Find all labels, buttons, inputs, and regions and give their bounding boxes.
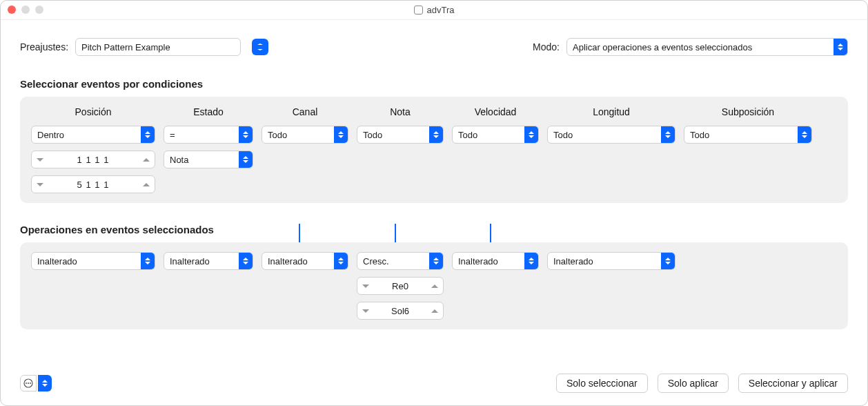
- content: Preajustes: Pitch Pattern Example Modo: …: [1, 20, 867, 340]
- chevron-updown-icon: [334, 253, 348, 269]
- col-length: Longitud: [547, 106, 675, 117]
- preset-menu-button[interactable]: [252, 39, 268, 55]
- op-status-select[interactable]: Inalterado: [164, 252, 253, 270]
- col-velocity: Velocidad: [452, 106, 539, 117]
- col-position: Posición: [31, 106, 155, 117]
- chevron-updown-icon: [429, 126, 443, 143]
- subposition-select[interactable]: Todo: [684, 126, 812, 144]
- chevron-up-icon[interactable]: [426, 278, 443, 294]
- chevron-updown-icon: [141, 126, 155, 143]
- presets-label: Preajustes:: [20, 41, 68, 52]
- chevron-updown-icon: [38, 375, 52, 392]
- mode-value: Aplicar operaciones a eventos selecciona…: [567, 42, 758, 52]
- app-icon: [414, 6, 423, 14]
- chevron-up-icon[interactable]: [138, 151, 155, 168]
- op-position-select[interactable]: Inalterado: [31, 252, 155, 270]
- channel-select[interactable]: Todo: [262, 126, 348, 144]
- minimize-icon[interactable]: [21, 6, 30, 14]
- position-op-select[interactable]: Dentro: [31, 126, 155, 144]
- header-row: Preajustes: Pitch Pattern Example Modo: …: [20, 38, 848, 56]
- zoom-icon[interactable]: [35, 6, 43, 14]
- chevron-updown-icon: [661, 253, 675, 269]
- chevron-updown-icon: [239, 253, 253, 269]
- chevron-updown-icon: [524, 253, 538, 269]
- preset-input[interactable]: Pitch Pattern Example: [75, 38, 241, 56]
- chevron-updown-icon: [429, 253, 443, 269]
- window-title: advTra: [414, 5, 455, 15]
- chevron-updown-icon: [661, 126, 675, 143]
- footer: Solo seleccionar Solo aplicar Selecciona…: [20, 374, 848, 393]
- op-velocity-select[interactable]: Inalterado: [452, 252, 539, 270]
- chevron-down-icon[interactable]: [32, 176, 48, 193]
- status-op-select[interactable]: =: [164, 126, 253, 144]
- op-note-select[interactable]: Cresc.: [357, 252, 444, 270]
- ellipsis-icon: [20, 375, 37, 392]
- svg-point-3: [30, 383, 31, 384]
- position-start-stepper[interactable]: 1 1 1 1: [31, 151, 155, 168]
- svg-point-2: [28, 383, 29, 384]
- note-high-stepper[interactable]: Sol6: [357, 302, 444, 320]
- conditions-title: Seleccionar eventos por condiciones: [20, 78, 848, 90]
- operations-panel: Inalterado Inalterado Inalterado Cresc.: [20, 242, 848, 329]
- length-select[interactable]: Todo: [547, 126, 675, 144]
- select-and-apply-button[interactable]: Seleccionar y aplicar: [738, 374, 848, 393]
- mode-select[interactable]: Aplicar operaciones a eventos selecciona…: [566, 38, 848, 56]
- chevron-updown-icon: [239, 151, 253, 168]
- preset-value: Pitch Pattern Example: [81, 42, 170, 52]
- chevron-down-icon[interactable]: [357, 302, 374, 319]
- chevron-down-icon[interactable]: [357, 278, 374, 294]
- chevron-up-icon[interactable]: [426, 302, 443, 319]
- options-menu[interactable]: [20, 375, 52, 392]
- window-controls: [8, 6, 43, 14]
- position-end-stepper[interactable]: 5 1 1 1: [31, 175, 155, 193]
- chevron-down-icon[interactable]: [32, 151, 48, 168]
- svg-point-1: [26, 383, 27, 384]
- chevron-up-icon[interactable]: [138, 176, 155, 193]
- op-length-select[interactable]: Inalterado: [547, 252, 675, 270]
- apply-only-button[interactable]: Solo aplicar: [658, 374, 729, 393]
- chevron-updown-icon: [524, 126, 538, 143]
- operations-wrap: Operaciones en eventos seleccionados Ina…: [20, 224, 848, 329]
- chevron-updown-icon: [334, 126, 348, 143]
- op-channel-select[interactable]: Inalterado: [262, 252, 348, 270]
- col-subposition: Subposición: [684, 106, 812, 117]
- chevron-updown-icon: [239, 126, 253, 143]
- operations-title: Operaciones en eventos seleccionados: [20, 224, 848, 235]
- conditions-panel: Posición Estado Canal Nota Velocidad Lon…: [20, 97, 848, 203]
- col-status: Estado: [164, 106, 253, 117]
- note-low-stepper[interactable]: Re0: [357, 277, 444, 295]
- note-low-value: Re0: [374, 281, 426, 291]
- window: advTra Preajustes: Pitch Pattern Example…: [0, 0, 868, 406]
- col-channel: Canal: [262, 106, 348, 117]
- note-select[interactable]: Todo: [357, 126, 444, 144]
- note-high-value: Sol6: [374, 306, 426, 316]
- select-only-button[interactable]: Solo seleccionar: [556, 374, 648, 393]
- chevron-updown-icon: [798, 126, 811, 143]
- chevron-updown-icon: [141, 253, 155, 269]
- position-start-value: 1 1 1 1: [48, 155, 138, 165]
- col-note: Nota: [357, 106, 444, 117]
- status-value-select[interactable]: Nota: [164, 151, 253, 168]
- velocity-select[interactable]: Todo: [452, 126, 539, 144]
- mode-label: Modo:: [533, 41, 560, 52]
- titlebar: advTra: [1, 1, 867, 20]
- chevron-updown-icon: [834, 39, 847, 55]
- position-end-value: 5 1 1 1: [48, 180, 138, 190]
- window-title-text: advTra: [427, 5, 455, 15]
- close-icon[interactable]: [8, 6, 16, 14]
